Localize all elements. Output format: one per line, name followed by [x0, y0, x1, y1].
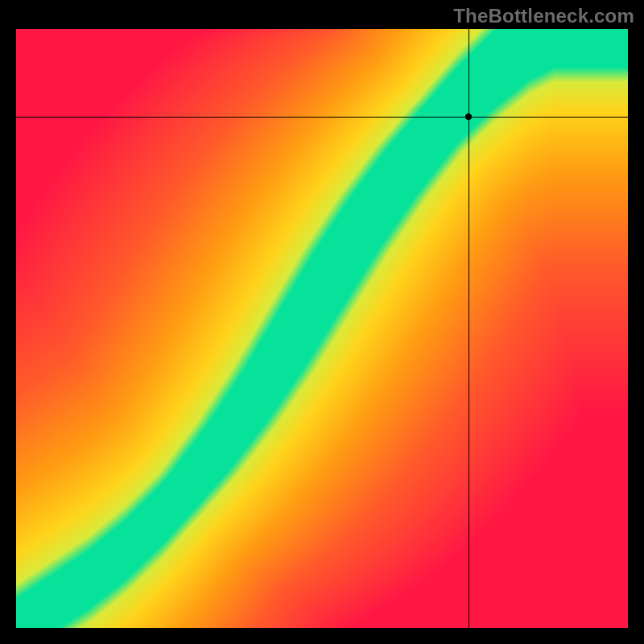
- watermark-text: TheBottleneck.com: [453, 5, 634, 27]
- heatmap-plot: [16, 29, 628, 628]
- crosshair-point: [465, 114, 472, 120]
- heatmap-canvas: [16, 29, 628, 628]
- crosshair-horizontal: [16, 117, 628, 118]
- chart-frame: TheBottleneck.com: [0, 0, 644, 644]
